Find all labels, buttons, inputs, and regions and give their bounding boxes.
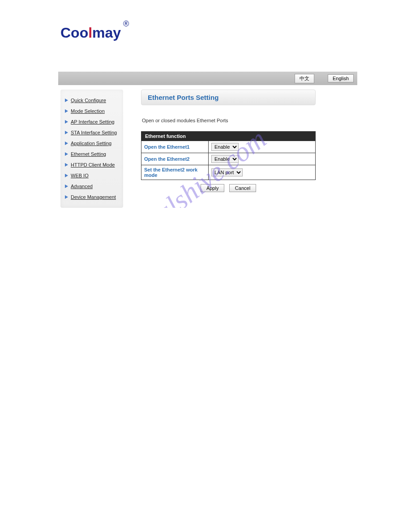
arrow-icon xyxy=(65,131,68,134)
sidebar-item-ap-interface[interactable]: AP Interface Setting xyxy=(65,116,119,127)
sidebar-item-label[interactable]: Application Setting xyxy=(71,141,111,146)
page-title: Ethernet Ports Setting xyxy=(148,94,309,101)
arrow-icon xyxy=(65,120,68,124)
sidebar-item-label[interactable]: Ethernet Setting xyxy=(71,151,106,157)
sidebar-item-web-io[interactable]: WEB IO xyxy=(65,170,119,181)
sidebar-item-httpd-client[interactable]: HTTPD Client Mode xyxy=(65,159,119,170)
logo-part-2: l xyxy=(88,25,92,41)
lang-chinese-button[interactable]: 中文 xyxy=(295,74,314,83)
arrow-icon xyxy=(65,109,68,113)
apply-button[interactable]: Apply xyxy=(201,184,225,192)
sidebar-item-label[interactable]: STA Interface Setting xyxy=(71,130,117,135)
ethernet-settings-table: Ethernet function Open the Ethernet1 Ena… xyxy=(141,131,316,180)
action-buttons: Apply Cancel xyxy=(141,180,316,196)
sidebar-item-label[interactable]: Advanced xyxy=(71,184,93,189)
sidebar-item-label[interactable]: AP Interface Setting xyxy=(71,119,115,124)
arrow-icon xyxy=(65,184,68,188)
ethernet1-select[interactable]: Enable xyxy=(211,143,239,151)
sidebar-item-advanced[interactable]: Advanced xyxy=(65,181,119,192)
logo-part-1: Coo xyxy=(60,25,88,41)
registered-mark: ® xyxy=(123,19,129,29)
sidebar-item-label[interactable]: Mode Selection xyxy=(71,108,105,114)
sidebar-item-device-management[interactable]: Device Management xyxy=(65,192,119,202)
sidebar-item-label[interactable]: Device Management xyxy=(71,194,116,200)
table-row: Open the Ethernet1 Enable xyxy=(141,141,316,153)
sidebar-nav: Quick Configure Mode Selection AP Interf… xyxy=(60,90,123,208)
arrow-icon xyxy=(65,152,68,156)
sidebar-item-mode-selection[interactable]: Mode Selection xyxy=(65,106,119,116)
table-row: Set the Ethernet2 work mode LAN port xyxy=(141,165,316,180)
sidebar-item-quick-configure[interactable]: Quick Configure xyxy=(65,95,119,106)
sidebar-item-application[interactable]: Application Setting xyxy=(65,138,119,149)
arrow-icon xyxy=(65,174,68,177)
row-label-ethernet2-mode: Set the Ethernet2 work mode xyxy=(141,165,209,180)
table-header: Ethernet function xyxy=(141,132,316,141)
sidebar-item-label[interactable]: WEB IO xyxy=(71,173,89,178)
arrow-icon xyxy=(65,142,68,145)
arrow-icon xyxy=(65,163,68,167)
sidebar-item-ethernet[interactable]: Ethernet Setting xyxy=(65,149,119,159)
sidebar-item-sta-interface[interactable]: STA Interface Setting xyxy=(65,127,119,138)
row-label-ethernet1: Open the Ethernet1 xyxy=(141,141,209,153)
sidebar-item-label[interactable]: Quick Configure xyxy=(71,98,106,103)
logo-part-3: may xyxy=(92,25,121,41)
language-bar: 中文 English xyxy=(58,72,357,85)
table-row: Open the Ethernet2 Enable xyxy=(141,153,316,165)
sidebar-item-label[interactable]: HTTPD Client Mode xyxy=(71,162,115,167)
brand-logo: Coolmay ® xyxy=(60,25,121,41)
ethernet2-mode-select[interactable]: LAN port xyxy=(211,168,243,176)
main-content: Ethernet Ports Setting Open or closed mo… xyxy=(141,90,316,208)
ethernet2-select[interactable]: Enable xyxy=(211,155,239,163)
cancel-button[interactable]: Cancel xyxy=(229,184,256,192)
arrow-icon xyxy=(65,195,68,199)
row-label-ethernet2: Open the Ethernet2 xyxy=(141,153,209,165)
lang-english-button[interactable]: English xyxy=(328,74,354,82)
page-header: Ethernet Ports Setting xyxy=(141,90,316,105)
arrow-icon xyxy=(65,99,68,102)
page-description: Open or closed modules Ethernet Ports xyxy=(141,118,316,123)
